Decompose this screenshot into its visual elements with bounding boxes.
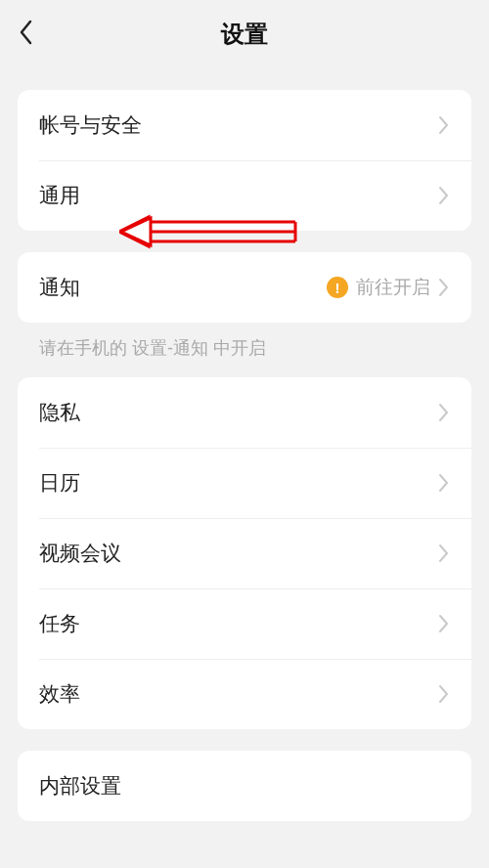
list-item-label: 通知 (39, 274, 327, 301)
settings-group-features: 隐私 日历 视频会议 任务 效率 (18, 377, 471, 729)
back-button[interactable] (18, 19, 33, 50)
chevron-right-icon (438, 115, 450, 135)
list-item-label: 帐号与安全 (39, 111, 438, 139)
chevron-right-icon (438, 614, 450, 633)
list-item-label: 内部设置 (39, 772, 450, 800)
warning-icon: ! (327, 277, 348, 298)
chevron-right-icon (438, 403, 450, 422)
list-item-label: 隐私 (39, 399, 438, 426)
list-item-tasks[interactable]: 任务 (18, 588, 471, 659)
list-item-label: 效率 (39, 680, 438, 708)
list-item-general[interactable]: 通用 (18, 160, 471, 231)
list-item-label: 视频会议 (39, 540, 438, 567)
chevron-right-icon (438, 684, 450, 704)
list-item-privacy[interactable]: 隐私 (18, 377, 471, 448)
list-item-account-security[interactable]: 帐号与安全 (18, 90, 471, 160)
list-item-label: 任务 (39, 610, 438, 637)
settings-group-notification: 通知 ! 前往开启 (18, 252, 471, 323)
list-item-label: 通用 (39, 182, 438, 209)
settings-group-internal: 内部设置 (18, 751, 471, 821)
hint-text: 请在手机的 设置-通知 中开启 (18, 323, 471, 360)
list-item-label: 日历 (39, 469, 438, 497)
chevron-right-icon (438, 186, 450, 205)
list-item-internal-settings[interactable]: 内部设置 (18, 751, 471, 821)
chevron-left-icon (18, 19, 33, 46)
header: 设置 (0, 0, 489, 68)
chevron-right-icon (438, 543, 450, 563)
list-item-video-meeting[interactable]: 视频会议 (18, 518, 471, 588)
page-title: 设置 (20, 19, 469, 50)
content: 帐号与安全 通用 通知 ! 前往开启 请在手机的 设置-通知 中开启 隐私 (0, 90, 489, 821)
settings-group-account: 帐号与安全 通用 (18, 90, 471, 231)
list-item-calendar[interactable]: 日历 (18, 448, 471, 518)
secondary-text: 前往开启 (356, 275, 430, 300)
chevron-right-icon (438, 278, 450, 297)
list-item-efficiency[interactable]: 效率 (18, 659, 471, 729)
chevron-right-icon (438, 473, 450, 493)
list-item-notification[interactable]: 通知 ! 前往开启 (18, 252, 471, 323)
